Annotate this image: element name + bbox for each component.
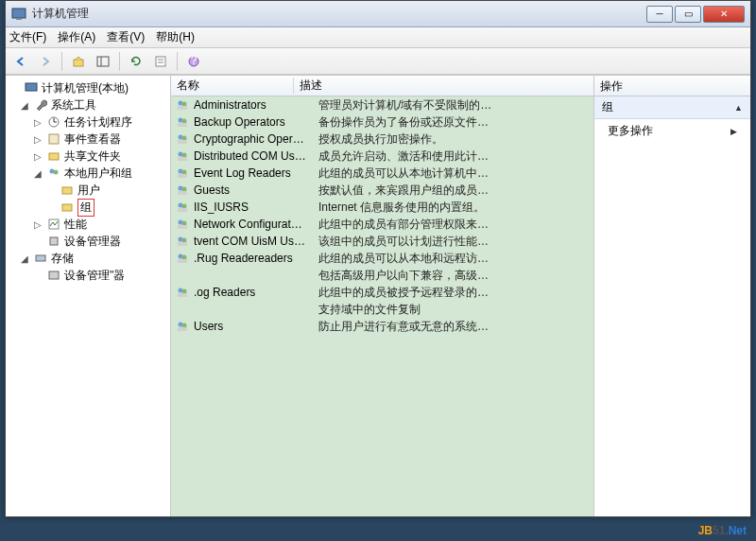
tree-label: 设备管理"器 bbox=[64, 268, 125, 284]
group-icon bbox=[175, 200, 190, 215]
svg-point-49 bbox=[182, 238, 187, 243]
titlebar: 计算机管理 ─ ▭ ✕ bbox=[6, 1, 750, 27]
svg-point-52 bbox=[182, 255, 187, 260]
row-desc: 此组的成员可以从本地和远程访… bbox=[313, 251, 593, 267]
group-icon bbox=[175, 319, 190, 334]
list-row[interactable]: tvent COM UisM Us…该组中的成员可以计划进行性能… bbox=[171, 233, 593, 250]
group-icon bbox=[175, 251, 190, 266]
forward-button[interactable] bbox=[34, 51, 57, 72]
row-name: Users bbox=[194, 320, 313, 333]
column-desc[interactable]: 描述 bbox=[294, 78, 593, 94]
tree-shared-folders[interactable]: ▷共享文件夹 bbox=[6, 148, 170, 165]
list-row[interactable]: Distributed COM Us…成员允许启动、激活和使用此计… bbox=[171, 148, 593, 165]
menu-action[interactable]: 操作(A) bbox=[58, 29, 95, 45]
tree-pane[interactable]: 计算机管理(本地) ◢系统工具 ▷任务计划程序 ▷事件查看器 ▷共享文件夹 ◢本… bbox=[6, 76, 171, 516]
tree-system-tools[interactable]: ◢系统工具 bbox=[6, 96, 170, 113]
chevron-right-icon: ▶ bbox=[730, 127, 737, 136]
tree-root[interactable]: 计算机管理(本地) bbox=[6, 79, 170, 96]
watermark-part: Net bbox=[729, 524, 747, 537]
tree-label: 事件查看器 bbox=[64, 131, 121, 148]
menu-view[interactable]: 查看(V) bbox=[107, 29, 145, 45]
group-icon bbox=[175, 268, 190, 283]
svg-rect-53 bbox=[178, 259, 187, 263]
svg-rect-44 bbox=[178, 208, 187, 212]
list-row[interactable]: Network Configurat…此组中的成员有部分管理权限来… bbox=[171, 216, 593, 233]
close-button[interactable]: ✕ bbox=[703, 6, 745, 23]
menu-file[interactable]: 文件(F) bbox=[9, 29, 46, 45]
group-icon bbox=[175, 166, 190, 181]
group-icon bbox=[175, 285, 190, 300]
back-button[interactable] bbox=[9, 51, 32, 72]
row-desc: 成员允许启动、激活和使用此计… bbox=[313, 148, 593, 165]
actions-group-label: 组 bbox=[602, 99, 613, 115]
row-desc: 备份操作员为了备份或还原文件… bbox=[313, 114, 593, 131]
list-header: 名称 描述 bbox=[171, 76, 593, 96]
list-row[interactable]: Cryptographic Oper…授权成员执行加密操作。 bbox=[171, 131, 593, 148]
list-row[interactable]: IIS_IUSRSInternet 信息服务使用的内置组。 bbox=[171, 199, 593, 216]
list-row[interactable]: 包括高级用户以向下兼容，高级… bbox=[171, 267, 593, 284]
show-hide-tree-button[interactable] bbox=[92, 51, 114, 72]
list-row[interactable]: Guests按默认值，来宾跟用户组的成员… bbox=[171, 182, 593, 199]
tree-task-scheduler[interactable]: ▷任务计划程序 bbox=[6, 113, 170, 131]
properties-button[interactable] bbox=[149, 51, 172, 72]
group-icon bbox=[175, 148, 190, 164]
refresh-button[interactable] bbox=[125, 51, 147, 72]
row-name: .Rug Readereaders bbox=[194, 252, 313, 265]
tree-event-viewer[interactable]: ▷事件查看器 bbox=[6, 131, 170, 148]
folder-icon bbox=[60, 200, 75, 215]
svg-rect-10 bbox=[26, 83, 37, 91]
svg-rect-14 bbox=[49, 134, 59, 144]
tree-label: 计算机管理(本地) bbox=[42, 80, 129, 96]
row-name: IIS_IUSRS bbox=[194, 201, 313, 214]
row-desc: 此组中的成员有部分管理权限来… bbox=[313, 217, 593, 233]
actions-group-header[interactable]: 组 ▲ bbox=[594, 96, 750, 119]
group-icon bbox=[175, 234, 190, 249]
list-body[interactable]: Administrators管理员对计算机/域有不受限制的…Backup Ope… bbox=[171, 96, 593, 516]
list-row[interactable]: 支持域中的文件复制 bbox=[171, 301, 593, 318]
svg-rect-5 bbox=[156, 57, 165, 66]
svg-rect-18 bbox=[62, 187, 72, 194]
tree-users[interactable]: 用户 bbox=[6, 182, 170, 199]
minimize-button[interactable]: ─ bbox=[646, 6, 673, 23]
group-icon bbox=[175, 183, 190, 198]
actions-more[interactable]: 更多操作 ▶ bbox=[594, 119, 750, 143]
list-row[interactable]: Administrators管理员对计算机/域有不受限制的… bbox=[171, 96, 593, 113]
list-row[interactable]: .Rug Readereaders此组的成员可以从本地和远程访… bbox=[171, 250, 593, 267]
tree-label: 系统工具 bbox=[51, 97, 96, 113]
computer-icon bbox=[24, 80, 39, 96]
row-name: Event Log Readers bbox=[194, 166, 313, 180]
disk-icon bbox=[46, 268, 61, 283]
list-row[interactable]: Event Log Readers此组的成员可以从本地计算机中… bbox=[171, 165, 593, 182]
svg-rect-32 bbox=[178, 140, 187, 144]
tree-storage[interactable]: ◢存储 bbox=[6, 250, 170, 267]
menubar: 文件(F) 操作(A) 查看(V) 帮助(H) bbox=[6, 27, 750, 48]
tree-label: 用户 bbox=[77, 183, 100, 199]
row-name: Cryptographic Oper… bbox=[194, 132, 313, 146]
svg-rect-3 bbox=[97, 57, 109, 66]
tree-disk-management[interactable]: 设备管理"器 bbox=[6, 267, 170, 284]
list-row[interactable]: Users防止用户进行有意或无意的系统… bbox=[171, 318, 593, 335]
svg-rect-19 bbox=[62, 204, 72, 211]
column-name[interactable]: 名称 bbox=[171, 78, 294, 94]
svg-rect-0 bbox=[12, 9, 26, 18]
svg-rect-59 bbox=[178, 327, 187, 331]
svg-rect-38 bbox=[178, 174, 187, 178]
svg-rect-29 bbox=[178, 123, 187, 127]
svg-point-34 bbox=[182, 153, 187, 158]
list-pane: 名称 描述 Administrators管理员对计算机/域有不受限制的…Back… bbox=[171, 76, 594, 516]
help-button[interactable]: ? bbox=[182, 51, 205, 72]
tree-label: 任务计划程序 bbox=[64, 114, 132, 131]
tree-device-manager[interactable]: 设备管理器 bbox=[6, 233, 170, 250]
tree-performance[interactable]: ▷性能 bbox=[6, 216, 170, 233]
device-icon bbox=[46, 234, 61, 249]
up-button[interactable] bbox=[67, 51, 90, 72]
row-desc: Internet 信息服务使用的内置组。 bbox=[313, 200, 593, 216]
list-row[interactable]: .og Readers此组中的成员被授予远程登录的… bbox=[171, 284, 593, 301]
folder-icon bbox=[60, 183, 75, 198]
list-row[interactable]: Backup Operators备份操作员为了备份或还原文件… bbox=[171, 113, 593, 131]
svg-rect-56 bbox=[178, 293, 187, 297]
menu-help[interactable]: 帮助(H) bbox=[156, 29, 195, 45]
tree-groups[interactable]: 组 bbox=[6, 199, 170, 216]
maximize-button[interactable]: ▭ bbox=[675, 6, 701, 23]
tree-local-users-groups[interactable]: ◢本地用户和组 bbox=[6, 165, 170, 182]
